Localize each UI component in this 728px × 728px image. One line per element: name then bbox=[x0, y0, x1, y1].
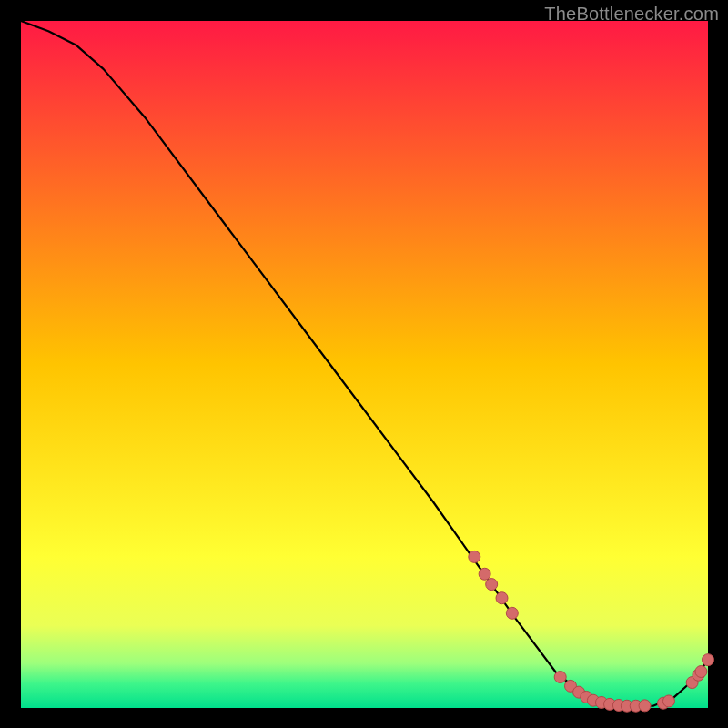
data-marker bbox=[486, 579, 498, 591]
attribution-label: TheBottlenecker.com bbox=[544, 4, 719, 25]
chart-stage: TheBottlenecker.com bbox=[0, 0, 728, 728]
data-marker bbox=[662, 695, 674, 707]
data-marker bbox=[554, 672, 566, 683]
bottleneck-curve-chart bbox=[0, 0, 728, 728]
data-marker bbox=[506, 607, 518, 619]
plot-background bbox=[21, 21, 708, 708]
data-marker bbox=[703, 654, 714, 666]
data-marker bbox=[469, 551, 480, 562]
data-marker bbox=[479, 568, 490, 580]
data-marker bbox=[639, 700, 651, 712]
data-marker bbox=[695, 665, 707, 677]
data-marker bbox=[496, 592, 508, 604]
